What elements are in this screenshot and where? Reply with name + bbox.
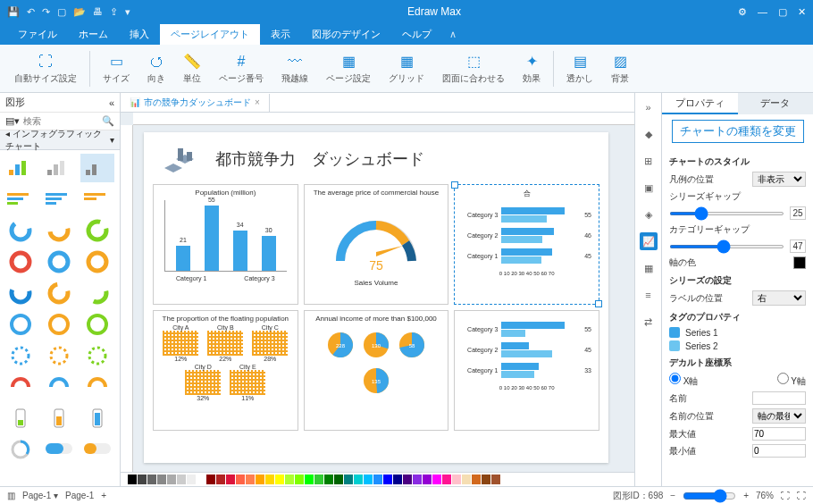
tab-pagelayout[interactable]: ページレイアウト (160, 24, 260, 45)
tool-image-icon[interactable]: ▣ (640, 179, 658, 197)
category-header[interactable]: ◂ インフォグラフィックチャート ▾ (0, 130, 120, 150)
settings-icon[interactable]: ⚙ (738, 6, 747, 18)
palette-swatch[interactable] (147, 475, 156, 484)
zoom-out-icon[interactable]: − (670, 491, 675, 500)
palette-swatch[interactable] (491, 475, 500, 484)
doc-tab[interactable]: 📊 市の競争力ダッシュボード × (121, 94, 270, 112)
shape-thumb[interactable] (42, 404, 76, 433)
max-input[interactable] (752, 427, 806, 441)
cat-gap-value[interactable]: 47 (790, 239, 806, 253)
chart-floating-pop[interactable]: The proportion of the floating populatio… (153, 310, 298, 431)
axis-name-input[interactable] (752, 391, 806, 405)
tool-grid-icon[interactable]: ⊞ (640, 152, 658, 170)
shape-thumb[interactable] (42, 310, 76, 339)
tab-property[interactable]: プロパティ (662, 93, 738, 114)
shape-thumb[interactable] (80, 435, 114, 464)
palette-swatch[interactable] (314, 475, 323, 484)
tool-table-icon[interactable]: ▦ (640, 259, 658, 277)
chart-hbar-2[interactable]: Category 355 Category 245 Category 133 0… (454, 310, 599, 431)
tab-data[interactable]: データ (738, 93, 814, 114)
palette-swatch[interactable] (256, 475, 264, 484)
palette-swatch[interactable] (275, 475, 284, 484)
shape-thumb[interactable] (42, 248, 76, 276)
tag-series2[interactable]: Series 2 (669, 340, 806, 351)
shape-thumb[interactable] (80, 216, 114, 245)
print-icon[interactable]: 🖶 (93, 6, 103, 17)
tool-chart-icon[interactable]: 📈 (640, 232, 658, 250)
tab-view[interactable]: 表示 (260, 24, 301, 45)
btn-fittoshape[interactable]: ⬚図面に合わせる (435, 51, 512, 87)
btn-orient[interactable]: ⭯向き (140, 51, 172, 87)
qat-more-icon[interactable]: ▾ (125, 6, 130, 18)
palette-swatch[interactable] (423, 475, 432, 484)
palette-swatch[interactable] (432, 475, 441, 484)
tab-shapedesign[interactable]: 図形のデザイン (301, 24, 391, 45)
palette-swatch[interactable] (167, 475, 176, 484)
tool-layers-icon[interactable]: ◈ (640, 206, 658, 223)
palette-swatch[interactable] (364, 475, 373, 484)
save-icon[interactable]: 💾 (7, 6, 20, 18)
palette-swatch[interactable] (452, 475, 461, 484)
palette-swatch[interactable] (138, 475, 147, 484)
btn-grid[interactable]: ▦グリッド (381, 51, 432, 87)
change-chart-button[interactable]: チャートの種類を変更 (672, 120, 804, 143)
palette-swatch[interactable] (324, 475, 333, 484)
shape-thumb[interactable] (42, 435, 76, 464)
chart-population[interactable]: Population (million) 21 55 34 30 Categor… (153, 184, 298, 305)
palette-swatch[interactable] (413, 475, 422, 484)
redo-icon[interactable]: ↷ (42, 6, 50, 18)
chart-gauge[interactable]: The average price of commercial house 75 (304, 184, 449, 305)
ribbon-collapse-icon[interactable]: ∧ (449, 29, 457, 40)
shape-thumb[interactable] (80, 154, 114, 182)
btn-pagenum[interactable]: #ページ番号 (212, 51, 271, 87)
shape-thumb[interactable] (4, 310, 38, 339)
maximize-icon[interactable]: ▢ (778, 6, 787, 18)
palette-swatch[interactable] (226, 475, 235, 484)
tab-help[interactable]: ヘルプ (391, 24, 442, 45)
fullscreen-icon[interactable]: ⛶ (797, 491, 806, 500)
tool-fill-icon[interactable]: ◆ (640, 125, 658, 143)
palette-swatch[interactable] (472, 475, 481, 484)
palette-swatch[interactable] (265, 475, 274, 484)
palette-swatch[interactable] (216, 475, 225, 484)
shape-thumb[interactable] (80, 404, 114, 433)
tab-home[interactable]: ホーム (68, 24, 119, 45)
page-tab[interactable]: Page-1 (65, 491, 94, 500)
tool-shuffle-icon[interactable]: ⇄ (640, 313, 658, 331)
shape-thumb[interactable] (80, 341, 114, 370)
shape-thumb[interactable] (42, 279, 76, 307)
zoom-in-icon[interactable]: + (743, 491, 749, 500)
palette-swatch[interactable] (305, 475, 314, 484)
tab-file[interactable]: ファイル (7, 24, 68, 45)
palette-swatch[interactable] (197, 475, 205, 484)
panel-collapse-icon[interactable]: « (109, 97, 114, 108)
axis-color-swatch[interactable] (793, 256, 806, 269)
radio-yaxis[interactable]: Y軸 (777, 373, 806, 388)
shape-thumb[interactable] (4, 154, 38, 182)
open-icon[interactable]: 📂 (73, 6, 86, 18)
btn-effect[interactable]: ✦効果 (515, 51, 548, 87)
palette-swatch[interactable] (334, 475, 343, 484)
palette-swatch[interactable] (344, 475, 353, 484)
shape-thumb[interactable] (4, 435, 38, 464)
chart-hbar-selected[interactable]: 合 Category 355 Category 246 Category 145… (454, 184, 599, 305)
filter-icon[interactable]: ▤▾ (5, 115, 20, 127)
palette-swatch[interactable] (373, 475, 382, 484)
shape-thumb[interactable] (80, 373, 114, 401)
page-layout-icon[interactable]: ▥ (7, 491, 15, 500)
palette-swatch[interactable] (482, 475, 490, 484)
collapse-icon[interactable]: » (640, 98, 658, 116)
palette-swatch[interactable] (383, 475, 392, 484)
btn-jumpline[interactable]: 〰飛越線 (274, 51, 315, 87)
tool-align-icon[interactable]: ≡ (640, 286, 658, 304)
palette-swatch[interactable] (462, 475, 471, 484)
palette-swatch[interactable] (285, 475, 294, 484)
shape-thumb[interactable] (4, 279, 38, 307)
label-pos-select[interactable]: 右 (752, 290, 806, 306)
palette-swatch[interactable] (128, 475, 137, 484)
legend-pos-select[interactable]: 非表示 (752, 172, 806, 187)
zoom-slider[interactable] (683, 489, 736, 503)
tag-series1[interactable]: Series 1 (669, 327, 806, 338)
name-pos-select[interactable]: 軸の最後 (752, 408, 806, 424)
page-viewport[interactable]: 都市競争力 ダッシュボード Population (million) 21 55… (133, 125, 634, 472)
